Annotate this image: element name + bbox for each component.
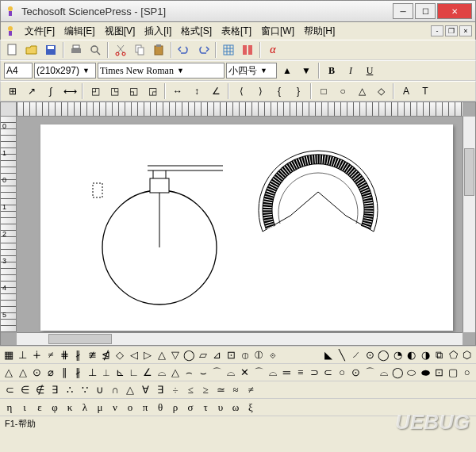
symbol-row2-25[interactable]: ⊙ [350, 366, 363, 380]
text1-icon[interactable]: A [397, 82, 415, 100]
symbol-row1-8[interactable]: ◇ [113, 348, 127, 362]
open-button[interactable] [23, 41, 40, 59]
menu-view[interactable]: 视图[V] [100, 23, 140, 40]
symbol-row1-0[interactable]: ▦ [2, 348, 16, 362]
symbol-row3-0[interactable]: ⊂ [2, 383, 17, 397]
shape2-icon[interactable]: ○ [334, 82, 351, 100]
align-tl-icon[interactable]: ◰ [86, 82, 104, 100]
symbol-row4-6[interactable]: μ [93, 400, 107, 415]
symbol-row2-29[interactable]: ⬭ [405, 366, 419, 380]
symbol-row3-15[interactable]: ≈ [228, 383, 243, 397]
symbol-alpha-button[interactable]: α [264, 41, 282, 59]
symbol-row1-17[interactable]: ⦶ [239, 348, 252, 362]
symbol-row3-3[interactable]: ∃ [48, 383, 62, 397]
paper-size-combo[interactable]: (210x297)▼ [34, 63, 96, 79]
symbol-row1-4[interactable]: ⋕ [58, 348, 71, 362]
document-page[interactable] [40, 124, 453, 331]
symbol-row1-16[interactable]: ⊡ [225, 348, 238, 362]
symbol-row2-10[interactable]: ∠ [141, 366, 155, 380]
symbol-row2-17[interactable]: ✕ [239, 366, 252, 380]
mdi-restore-button[interactable]: ❐ [445, 25, 458, 36]
canvas-viewport[interactable] [17, 117, 463, 332]
symbol-row4-14[interactable]: υ [213, 400, 228, 415]
symbol-row1-5[interactable]: ∦ [72, 348, 86, 362]
symbol-row2-31[interactable]: ⊡ [433, 366, 447, 380]
symbol-row3-14[interactable]: ≃ [213, 383, 228, 397]
symbol-row2-2[interactable]: ⊙ [30, 366, 44, 380]
symbol-row2-16[interactable]: ⌓ [225, 366, 238, 380]
symbol-row4-16[interactable]: ξ [244, 400, 258, 415]
symbol-row1-21[interactable] [294, 348, 308, 362]
symbol-row1-14[interactable]: ▱ [197, 348, 210, 362]
symbol-row3-7[interactable]: ∩ [108, 383, 122, 397]
font-size-down-button[interactable]: ▼ [298, 62, 315, 79]
minimize-button[interactable]: ─ [393, 3, 413, 19]
symbol-row4-12[interactable]: σ [183, 400, 198, 415]
shape1-icon[interactable]: □ [315, 82, 332, 100]
symbol-row2-15[interactable]: ⌒ [211, 366, 225, 380]
symbol-row1-10[interactable]: ▷ [141, 348, 155, 362]
symbol-row4-9[interactable]: π [138, 400, 152, 415]
hscroll-thumb[interactable] [48, 334, 112, 344]
table-button[interactable] [220, 41, 237, 59]
vertical-ruler[interactable]: 01012345 [1, 117, 17, 332]
copy-button[interactable] [131, 41, 148, 59]
symbol-row4-1[interactable]: ι [17, 400, 32, 415]
symbol-row4-10[interactable]: θ [153, 400, 167, 415]
symbol-row2-32[interactable]: ▢ [447, 366, 460, 380]
symbol-row1-22[interactable] [308, 348, 321, 362]
symbol-row2-18[interactable]: ⌒ [252, 366, 266, 380]
shape3-icon[interactable]: △ [353, 82, 370, 100]
symbol-row2-5[interactable]: ∦ [72, 366, 86, 380]
menu-insert[interactable]: 插入[I] [140, 23, 176, 40]
symbol-row4-3[interactable]: φ [48, 400, 62, 415]
menu-edit[interactable]: 编辑[E] [60, 23, 100, 40]
align-bl-icon[interactable]: ◱ [125, 82, 142, 100]
symbol-row4-5[interactable]: λ [78, 400, 92, 415]
symbol-row1-23[interactable]: ◣ [322, 348, 336, 362]
obj-arrow-icon[interactable]: ↗ [23, 82, 40, 100]
symbol-row3-10[interactable]: ∃ [153, 383, 167, 397]
undo-button[interactable] [175, 41, 193, 59]
symbol-row4-13[interactable]: τ [198, 400, 213, 415]
symbol-row3-8[interactable]: △ [123, 383, 137, 397]
symbol-row1-31[interactable]: ⧉ [433, 348, 447, 362]
symbol-row2-24[interactable]: ○ [336, 366, 349, 380]
symbol-row2-11[interactable]: ⌓ [155, 366, 169, 380]
symbol-row2-33[interactable]: ○ [461, 366, 474, 380]
symbol-row1-32[interactable]: ⬠ [447, 348, 460, 362]
symbol-row1-29[interactable]: ◐ [405, 348, 419, 362]
symbol-row2-3[interactable]: ⌀ [44, 366, 58, 380]
symbol-row1-9[interactable]: ◁ [128, 348, 141, 362]
paper-combo[interactable]: A4 [4, 63, 33, 79]
maximize-button[interactable]: ☐ [415, 3, 436, 19]
redo-button[interactable] [194, 41, 212, 59]
obj-ruler-icon[interactable]: ⟷ [61, 82, 79, 100]
symbol-row2-28[interactable]: ◯ [391, 366, 405, 380]
mdi-close-button[interactable]: × [459, 25, 472, 36]
symbol-row1-7[interactable]: ⋬ [100, 348, 113, 362]
print-button[interactable] [67, 41, 85, 59]
symbol-row3-12[interactable]: ≤ [183, 383, 198, 397]
bracket4-icon[interactable]: } [290, 82, 307, 100]
columns-button[interactable] [239, 41, 256, 59]
symbol-row1-15[interactable]: ⊿ [211, 348, 225, 362]
save-button[interactable] [42, 41, 60, 59]
symbol-row4-0[interactable]: η [2, 400, 17, 415]
symbol-row1-1[interactable]: ⊥ [17, 348, 30, 362]
symbol-row3-2[interactable]: ∉ [33, 383, 47, 397]
dim-angle-icon[interactable]: ∠ [207, 82, 225, 100]
symbol-row3-9[interactable]: ∀ [138, 383, 152, 397]
symbol-row2-22[interactable]: ⊃ [308, 366, 321, 380]
symbol-row2-30[interactable]: ⬬ [419, 366, 432, 380]
symbol-row1-3[interactable]: ≠ [44, 348, 58, 362]
symbol-row2-20[interactable]: ═ [280, 366, 294, 380]
symbol-row4-11[interactable]: ρ [168, 400, 182, 415]
symbol-row2-0[interactable]: △ [2, 366, 16, 380]
symbol-row1-19[interactable]: ⟐ [267, 348, 280, 362]
symbol-row1-12[interactable]: ▽ [169, 348, 182, 362]
new-button[interactable] [4, 41, 21, 59]
align-tr-icon[interactable]: ◳ [106, 82, 123, 100]
symbol-row2-12[interactable]: △ [169, 366, 182, 380]
symbol-row3-1[interactable]: ∈ [17, 383, 32, 397]
